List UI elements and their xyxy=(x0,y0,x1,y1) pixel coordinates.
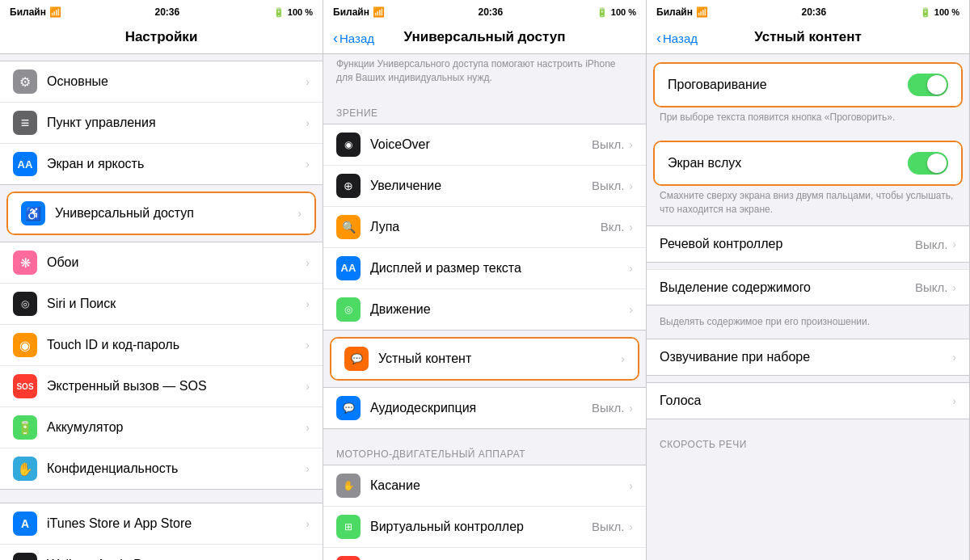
item-siri[interactable]: ◎ Siri и Поиск › xyxy=(0,284,323,325)
toggle-screen-voice[interactable] xyxy=(908,152,948,175)
status-right-2: 🔋 100 % xyxy=(597,7,636,18)
panel-spoken-content: Билайн 📶 20:36 🔋 100 % ‹ Назад Устный ко… xyxy=(647,0,970,560)
highlighted-screen-voice: Экран вслух xyxy=(653,141,963,186)
item-display[interactable]: AA Экран и яркость › xyxy=(0,144,323,184)
status-right-1: 🔋 100 % xyxy=(273,7,313,18)
label-loupe: Лупа xyxy=(370,220,601,234)
item-control-center[interactable]: ≡ Пункт управления › xyxy=(0,103,323,144)
back-button-2[interactable]: ‹ Назад xyxy=(333,32,374,45)
chevron-wallpaper: › xyxy=(306,256,310,269)
icon-privacy: ✋ xyxy=(13,457,37,481)
wifi-icon-2: 📶 xyxy=(373,6,385,18)
highlighted-progovarivaniye: Проговаривание xyxy=(653,62,963,107)
item-typing-feedback[interactable]: Озвучивание при наборе › xyxy=(647,339,969,375)
item-voiceover[interactable]: ◉ VoiceOver Выкл. › xyxy=(323,124,646,166)
item-screen-voice[interactable]: Экран вслух xyxy=(655,142,961,184)
back-chevron-3: ‹ xyxy=(656,31,661,45)
item-switch-control[interactable]: ⊞ Виртуальный контроллер Выкл. › xyxy=(323,507,646,548)
item-basics[interactable]: ⚙ Основные › xyxy=(0,61,323,103)
battery-2: 100 % xyxy=(611,7,636,17)
item-accessibility[interactable]: ♿ Универсальный доступ › xyxy=(8,193,314,234)
status-bar-1: Билайн 📶 20:36 🔋 100 % xyxy=(0,0,323,23)
item-sos[interactable]: SOS Экстренный вызов — SOS › xyxy=(0,366,323,407)
item-display-text[interactable]: AA Дисплей и размер текста › xyxy=(323,248,646,289)
chevron-zoom: › xyxy=(629,179,633,192)
section-header-motor: МОТОРНО-ДВИГАТЕЛЬНЫЙ АППАРАТ xyxy=(323,436,646,465)
item-progovarivaniye[interactable]: Проговаривание xyxy=(655,64,961,106)
item-voices[interactable]: Голоса › xyxy=(647,383,969,419)
carrier-3: Билайн xyxy=(656,6,693,18)
item-battery[interactable]: 🔋 Аккумулятор › xyxy=(0,407,323,448)
icon-touchid: ◉ xyxy=(13,333,37,357)
icon-display: AA xyxy=(13,152,37,176)
description-2: Функции Универсального доступа помогают … xyxy=(323,54,646,95)
chevron-touchid: › xyxy=(306,339,310,352)
settings-list-2[interactable]: Функции Универсального доступа помогают … xyxy=(323,54,646,560)
item-audiodesc[interactable]: 💬 Аудиодескрипция Выкл. › xyxy=(323,388,646,428)
time-2: 20:36 xyxy=(479,6,504,18)
highlighted-accessibility[interactable]: ♿ Универсальный доступ › xyxy=(6,192,316,235)
toggle-progovarivaniye[interactable] xyxy=(908,74,948,96)
value-highlight-content: Выкл. xyxy=(915,280,947,294)
chevron-control-center: › xyxy=(306,116,310,129)
item-appstore[interactable]: A iTunes Store и App Store › xyxy=(0,503,323,545)
chevron-loupe: › xyxy=(629,221,633,234)
section-header-speech-rate: СКОРОСТЬ РЕЧИ xyxy=(647,426,969,455)
item-touchid[interactable]: ◉ Touch ID и код-пароль › xyxy=(0,325,323,366)
nav-bar-3: ‹ Назад Устный контент xyxy=(647,23,969,54)
item-privacy[interactable]: ✋ Конфиденциальность › xyxy=(0,448,323,489)
item-loupe[interactable]: 🔍 Лупа Вкл. › xyxy=(323,207,646,248)
back-button-3[interactable]: ‹ Назад xyxy=(656,32,698,45)
icon-loupe: 🔍 xyxy=(336,215,361,239)
label-voiceover: VoiceOver xyxy=(370,137,592,152)
item-voice-control[interactable]: 🎙 Управление голосом Выкл. › xyxy=(323,548,646,560)
audiodesc-group: 💬 Аудиодескрипция Выкл. › xyxy=(323,387,646,429)
chevron-switch-control: › xyxy=(629,520,633,533)
section-header-vision: ЗРЕНИЕ xyxy=(323,95,646,124)
value-switch-control: Выкл. xyxy=(592,520,624,533)
item-wallet[interactable]: ▣ Wallet и Apple Pay › xyxy=(0,545,323,560)
status-left-3: Билайн 📶 xyxy=(656,6,708,18)
icon-spoken: 💬 xyxy=(344,347,369,371)
item-wallpaper[interactable]: ❋ Обои › xyxy=(0,242,323,284)
nav-title-1: Настройки xyxy=(125,29,198,44)
list-group-2: ❋ Обои › ◎ Siri и Поиск › ◉ Touch ID и к… xyxy=(0,242,323,490)
label-progovarivaniye: Проговаривание xyxy=(668,78,908,92)
item-highlight-content[interactable]: Выделение содержимого Выкл. › xyxy=(647,269,969,305)
list-group-bottom: A iTunes Store и App Store › ▣ Wallet и … xyxy=(0,503,323,560)
nav-bar-1: Настройки xyxy=(0,23,323,54)
icon-motion: ◎ xyxy=(336,297,361,322)
item-spoken[interactable]: 💬 Устный контент › xyxy=(331,339,638,379)
icon-battery: 🔋 xyxy=(13,415,37,440)
chevron-siri: › xyxy=(306,297,310,310)
item-motion[interactable]: ◎ Движение › xyxy=(323,289,646,330)
chevron-basics: › xyxy=(306,75,310,88)
panel-universal-access: Билайн 📶 20:36 🔋 100 % ‹ Назад Универсал… xyxy=(323,0,647,560)
label-battery: Аккумулятор xyxy=(47,420,306,435)
icon-appstore: A xyxy=(13,512,37,536)
icon-accessibility: ♿ xyxy=(21,201,45,225)
settings-list-3[interactable]: Проговаривание При выборе текста появитс… xyxy=(647,54,969,560)
value-voiceover: Выкл. xyxy=(592,137,624,151)
item-speech-controller[interactable]: Речевой контроллер Выкл. › xyxy=(647,226,969,262)
wifi-icon-1: 📶 xyxy=(49,6,61,18)
label-basics: Основные xyxy=(47,74,306,89)
time-3: 20:36 xyxy=(802,6,827,18)
time-1: 20:36 xyxy=(155,6,180,18)
highlighted-spoken[interactable]: 💬 Устный контент › xyxy=(330,337,639,381)
typing-feedback-group: Озвучивание при наборе › xyxy=(647,339,969,376)
chevron-sos: › xyxy=(306,380,310,393)
label-screen-voice: Экран вслух xyxy=(668,156,908,171)
voices-group: Голоса › xyxy=(647,382,969,419)
item-zoom[interactable]: ⊕ Увеличение Выкл. › xyxy=(323,166,646,207)
label-speech-controller: Речевой контроллер xyxy=(660,237,915,251)
battery-3: 100 % xyxy=(934,7,959,17)
icon-zoom: ⊕ xyxy=(336,174,361,198)
chevron-display-text: › xyxy=(629,262,633,275)
nav-title-3: Устный контент xyxy=(754,29,862,44)
value-audiodesc: Выкл. xyxy=(592,401,624,415)
item-touch[interactable]: ✋ Касание › xyxy=(323,465,646,507)
wifi-icon-3: 📶 xyxy=(696,6,708,18)
settings-list-1[interactable]: ⚙ Основные › ≡ Пункт управления › AA Экр… xyxy=(0,54,323,560)
vision-list: ◉ VoiceOver Выкл. › ⊕ Увеличение Выкл. ›… xyxy=(323,124,646,331)
